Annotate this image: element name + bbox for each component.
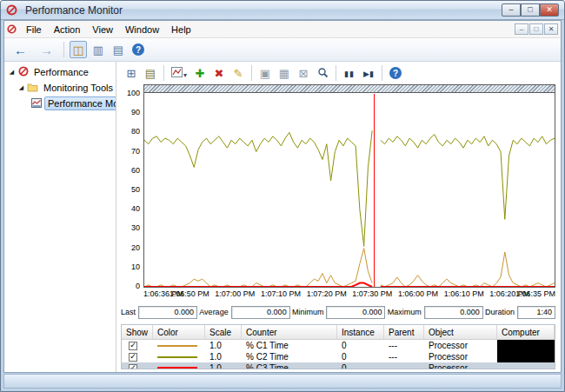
add-counter-icon: ✚ [196, 68, 205, 79]
parent-cell: --- [384, 362, 424, 369]
show-counter-checkbox[interactable]: ✓ [129, 353, 137, 362]
legend-column-header-instance[interactable]: Instance [337, 325, 384, 339]
series--c1-time [144, 249, 555, 287]
help-icon: ? [132, 43, 144, 56]
window-body: FileActionViewWindowHelp – □ ✕ ←→◫▥▤? ◢P… [3, 20, 562, 373]
update-data-icon: ▶▮ [363, 68, 374, 78]
forward-button[interactable]: → [35, 41, 58, 58]
series--c2-time [144, 130, 555, 246]
child-close-button[interactable]: ✕ [544, 23, 558, 35]
menubar: FileActionViewWindowHelp – □ ✕ [4, 21, 561, 38]
delete-counter-button[interactable]: ✖ [210, 64, 228, 82]
stat-value-box-maximum: 0.000 [424, 306, 483, 319]
legend-row-c1-time[interactable]: ✓1.0% C1 Time0---Processor [122, 340, 555, 351]
stat-value-average: 0.000 [267, 308, 287, 316]
view-log-data-button[interactable]: ▤ [142, 64, 159, 82]
close-button[interactable]: ✕ [540, 3, 559, 17]
minimize-button[interactable]: – [502, 3, 521, 17]
legend-column-header-object[interactable]: Object [424, 325, 497, 339]
copy-properties-button[interactable]: ▣ [256, 64, 274, 82]
performance-monitor-window: Performance Monitor – □ ✕ FileActionView… [0, 0, 565, 392]
menu-view[interactable]: View [86, 22, 119, 37]
tree-item-monitoring-tools[interactable]: ◢Monitoring Tools [4, 80, 116, 96]
stat-average: Average0.000 [199, 306, 289, 319]
stat-label-minimum: Minimum [292, 308, 324, 316]
zoom-icon [317, 67, 329, 80]
back-icon: ← [11, 43, 30, 56]
color-cell [153, 351, 205, 362]
child-restore-button[interactable]: □ [529, 23, 543, 35]
stat-value-duration: 1:40 [536, 308, 552, 316]
legend-row-c3-time[interactable]: ✓1.0% C3 Time0---Processor [122, 362, 555, 369]
legend-column-header-show[interactable]: Show [122, 325, 153, 339]
stat-duration: Duration1:40 [485, 306, 555, 319]
show-counter-checkbox[interactable]: ✓ [129, 364, 137, 370]
highlight-button[interactable]: ✎ [229, 64, 247, 82]
x-axis-tick: 1:06:35 PM [515, 289, 555, 298]
stat-value-last: 0.000 [174, 308, 194, 316]
menu-help[interactable]: Help [165, 22, 197, 37]
maximize-button[interactable]: □ [521, 3, 540, 17]
legend-column-header-scale[interactable]: Scale [205, 325, 242, 339]
computer-cell [497, 351, 555, 362]
add-counter-button[interactable]: ✚ [191, 64, 209, 82]
properties-button[interactable]: ▥ [90, 41, 107, 58]
legend-column-header-counter[interactable]: Counter [242, 325, 337, 339]
legend-column-header-computer[interactable]: Computer [497, 325, 555, 339]
tree-item-performance-monitor[interactable]: Performance Monitor [4, 96, 116, 111]
tree-item-label: Performance [31, 66, 91, 78]
clear-display-button[interactable]: ⊠ [295, 64, 312, 82]
show-cell: ✓ [122, 340, 153, 351]
menu-window[interactable]: Window [119, 22, 165, 37]
stat-value-box-last: 0.000 [138, 306, 197, 319]
y-axis-tick: 40 [131, 204, 140, 213]
x-axis-tick: 1:07:10 PM [261, 289, 301, 298]
zoom-button[interactable] [314, 64, 331, 82]
menu-file[interactable]: File [20, 22, 48, 37]
view-log-data-icon: ▤ [145, 68, 156, 79]
stat-value-minimum: 0.000 [362, 308, 382, 316]
titlebar[interactable]: Performance Monitor – □ ✕ [1, 1, 564, 20]
parent-cell: --- [384, 351, 424, 362]
freeze-display-icon: ▮▮ [344, 68, 355, 78]
x-axis: 1:06:36 PM1:06:50 PM1:07:00 PM1:07:10 PM… [143, 288, 555, 300]
window-title: Performance Monitor [25, 4, 497, 17]
back-button[interactable]: ← [9, 41, 32, 58]
stat-label-average: Average [199, 308, 228, 316]
stat-value-box-duration: 1:40 [517, 306, 555, 319]
stat-maximum: Maximum0.000 [388, 306, 483, 319]
help-button[interactable]: ? [387, 64, 404, 82]
view-current-activity-button[interactable]: ⊞ [123, 64, 140, 82]
y-axis-tick: 0 [136, 282, 140, 290]
toolbar-separator [382, 65, 382, 81]
paste-counter-list-button[interactable]: ▦ [276, 64, 293, 82]
update-data-button[interactable]: ▶▮ [360, 64, 377, 82]
instance-cell: 0 [337, 351, 384, 362]
console-tree: ◢Performance◢Monitoring ToolsPerformance… [4, 62, 116, 372]
toolbar-separator [251, 65, 252, 81]
menu-action[interactable]: Action [48, 22, 87, 37]
x-axis-tick: 1:06:00 PM [398, 289, 438, 298]
show-hide-console-tree-button[interactable]: ◫ [70, 41, 87, 58]
export-list-button[interactable]: ▤ [110, 41, 127, 58]
show-hide-console-tree-icon: ◫ [73, 44, 83, 56]
instance-cell: 0 [337, 340, 384, 351]
freeze-display-button[interactable]: ▮▮ [341, 64, 358, 82]
delete-counter-icon: ✖ [215, 68, 224, 79]
stat-value-box-average: 0.000 [231, 306, 290, 319]
tree-item-performance[interactable]: ◢Performance [4, 64, 116, 80]
help-icon: ? [389, 67, 402, 79]
legend-column-header-parent[interactable]: Parent [384, 325, 424, 339]
show-counter-checkbox[interactable]: ✓ [129, 342, 137, 350]
chart-area: 1009080706050403020100 [121, 84, 555, 288]
computer-cell [497, 362, 555, 369]
toolbar-separator [63, 42, 64, 57]
legend-column-header-color[interactable]: Color [153, 325, 205, 339]
computer-name-redaction [497, 340, 555, 351]
help-button[interactable]: ? [130, 41, 147, 58]
change-graph-type-button[interactable]: ▾ [169, 64, 189, 82]
legend-row-c2-time[interactable]: ✓1.0% C2 Time0---Processor [122, 351, 555, 362]
change-graph-type-icon: ▾ [171, 67, 187, 79]
child-minimize-button[interactable]: – [515, 23, 528, 35]
highlight-icon: ✎ [234, 68, 243, 79]
